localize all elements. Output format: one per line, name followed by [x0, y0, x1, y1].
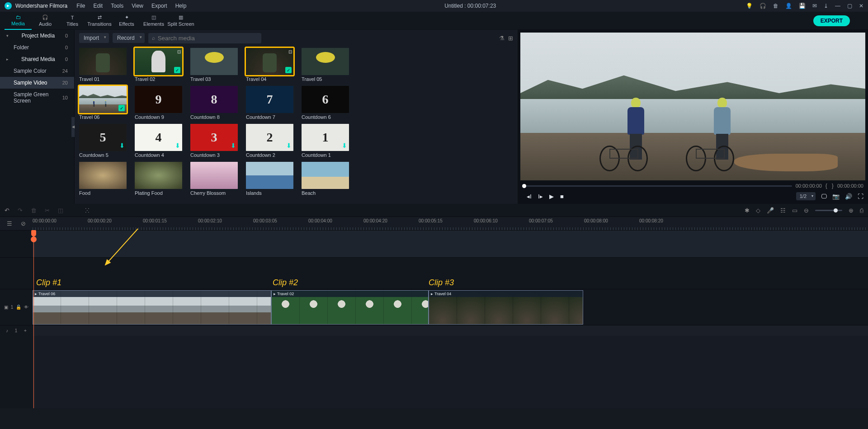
search-media[interactable]: ⌕ — [148, 33, 261, 43]
download-icon[interactable]: ⬇ — [231, 142, 236, 149]
media-item[interactable]: 1⬇Countdown 1 — [302, 124, 349, 159]
media-item[interactable]: 2⬇Countdown 2 — [246, 124, 293, 159]
cut-icon[interactable]: ✂ — [45, 207, 50, 214]
media-item[interactable]: Travel 01 — [79, 48, 127, 83]
search-input[interactable] — [158, 35, 258, 42]
video-track[interactable]: ▸Travel 06▸Travel 02▸Travel 04 — [33, 289, 868, 325]
shelf-tab-split-screen[interactable]: ▥Split Screen — [167, 12, 194, 30]
shelf-tab-elements[interactable]: ◫Elements — [140, 12, 167, 30]
media-item[interactable]: ⊡✓Travel 02 — [135, 48, 182, 83]
download-icon[interactable]: ⬇ — [286, 142, 292, 149]
timeline-clip[interactable]: ▸Travel 02 — [271, 290, 429, 325]
link-icon[interactable]: ⊘ — [21, 220, 26, 227]
crop-icon[interactable]: ◫ — [58, 207, 63, 214]
media-item[interactable]: Beach — [302, 162, 349, 197]
menu-file[interactable]: File — [76, 3, 85, 9]
eye-icon[interactable]: 👁 — [24, 305, 28, 310]
lock-icon[interactable]: 🔓 — [16, 305, 21, 310]
display-icon[interactable]: 🖵 — [821, 193, 827, 200]
delete-icon[interactable]: 🗑 — [31, 207, 37, 214]
sidebar-item-project-media[interactable]: Project Media0 — [0, 30, 74, 42]
record-dropdown[interactable]: Record — [113, 33, 145, 43]
render-icon[interactable]: ▭ — [792, 207, 797, 214]
volume-icon[interactable]: 🔊 — [845, 193, 852, 200]
media-item[interactable]: Islands — [246, 162, 293, 197]
mail-icon[interactable]: ✉ — [812, 3, 817, 9]
preview-video[interactable] — [520, 33, 865, 180]
snapshot-icon[interactable]: 📷 — [832, 193, 840, 200]
sidebar-item-folder[interactable]: Folder0 — [0, 42, 74, 53]
stop-button[interactable]: ■ — [560, 193, 564, 200]
playhead-knob[interactable] — [31, 236, 37, 242]
progress-bar[interactable] — [522, 185, 792, 187]
media-item[interactable]: 4⬇Countdown 4 — [135, 124, 182, 159]
grid-view-icon[interactable]: ⊞ — [508, 35, 513, 42]
save-icon[interactable]: 💾 — [799, 3, 806, 9]
shelf-tab-titles[interactable]: TTitles — [59, 12, 86, 30]
mixer-icon[interactable]: ✱ — [745, 207, 750, 214]
maximize-button[interactable]: ▢ — [847, 3, 852, 9]
sidebar-item-sample-color[interactable]: Sample Color24 — [0, 65, 74, 77]
playhead[interactable] — [31, 230, 36, 236]
redo-icon[interactable]: ↷ — [18, 207, 23, 214]
prev-frame-button[interactable]: ◂Ⅰ — [527, 193, 532, 200]
media-item[interactable]: ⊡✓Travel 04 — [246, 48, 293, 83]
shelf-tab-effects[interactable]: ✦Effects — [113, 12, 140, 30]
account-icon[interactable]: 👤 — [785, 3, 792, 9]
media-item[interactable]: 9Countdown 9 — [135, 86, 182, 121]
media-item[interactable]: Plating Food — [135, 162, 182, 197]
menu-tools[interactable]: Tools — [111, 3, 123, 9]
idea-icon[interactable]: 💡 — [746, 3, 753, 9]
timeline-clip[interactable]: ▸Travel 06 — [33, 290, 271, 325]
media-item[interactable]: 7Countdown 7 — [246, 86, 293, 121]
close-button[interactable]: ✕ — [859, 3, 863, 9]
import-dropdown[interactable]: Import — [79, 33, 109, 43]
sidebar-item-shared-media[interactable]: Shared Media0 — [0, 53, 74, 65]
zoom-fit-icon[interactable]: ⎙ — [860, 207, 863, 214]
audio-mixer-icon[interactable]: ☷ — [780, 207, 786, 214]
media-item[interactable]: Travel 05 — [302, 48, 349, 83]
menu-export[interactable]: Export — [151, 3, 167, 9]
audio-track[interactable] — [33, 325, 868, 336]
headset-icon[interactable]: 🎧 — [760, 3, 766, 9]
undo-icon[interactable]: ↶ — [5, 207, 9, 214]
menu-help[interactable]: Help — [175, 3, 187, 9]
media-item[interactable]: Food — [79, 162, 127, 197]
video-track-header[interactable]: ▣1 🔓 👁 — [0, 289, 33, 325]
fullscreen-icon[interactable]: ⛶ — [858, 193, 863, 200]
menu-edit[interactable]: Edit — [94, 3, 103, 9]
sidebar-item-sample-video[interactable]: Sample Video20 — [0, 77, 74, 89]
ruler[interactable]: 00:00:00:0000:00:00:2000:00:01:1500:00:0… — [33, 217, 868, 230]
zoom-slider[interactable] — [815, 210, 842, 211]
download-icon[interactable]: ⤓ — [824, 3, 828, 9]
play-pause-button[interactable]: Ⅰ▸ — [538, 193, 543, 200]
trash-icon[interactable]: 🗑 — [773, 3, 778, 9]
sidebar-item-sample-green-screen[interactable]: Sample Green Screen10 — [0, 89, 74, 107]
media-item[interactable]: 3⬇Countdown 3 — [190, 124, 238, 159]
marker-icon[interactable]: ◇ — [756, 207, 760, 214]
quality-select[interactable]: 1/2 — [796, 192, 816, 200]
media-item[interactable]: 8Countdown 8 — [190, 86, 238, 121]
download-icon[interactable]: ⬇ — [342, 142, 347, 149]
media-item[interactable]: 6Countdown 6 — [302, 86, 349, 121]
media-item[interactable]: 5⬇Countdown 5 — [79, 124, 127, 159]
timeline-clip[interactable]: ▸Travel 04 — [429, 290, 583, 325]
zoom-out-icon[interactable]: ⊖ — [804, 207, 809, 214]
track-manager-icon[interactable]: ☰ — [7, 220, 12, 227]
export-button[interactable]: EXPORT — [813, 15, 850, 26]
media-item[interactable]: Cherry Blossom — [190, 162, 238, 197]
download-icon[interactable]: ⬇ — [119, 142, 125, 149]
filter-icon[interactable]: ⚗ — [499, 35, 505, 42]
shelf-tab-transitions[interactable]: ⇄Transitions — [86, 12, 113, 30]
shelf-tab-media[interactable]: 🗀Media — [5, 12, 32, 30]
audio-sync-icon[interactable]: ⵘ — [85, 207, 90, 214]
minimize-button[interactable]: — — [835, 3, 840, 9]
zoom-in-icon[interactable]: ⊕ — [849, 207, 854, 214]
mark-braces[interactable]: { } — [826, 183, 834, 189]
collapse-sidebar[interactable]: ◀ — [71, 117, 75, 137]
voiceover-icon[interactable]: 🎤 — [767, 207, 774, 214]
download-icon[interactable]: ⬇ — [175, 142, 180, 149]
menu-view[interactable]: View — [132, 3, 143, 9]
media-item[interactable]: ⊡✓Travel 06 — [79, 86, 127, 121]
play-button[interactable]: ▶ — [549, 193, 554, 200]
